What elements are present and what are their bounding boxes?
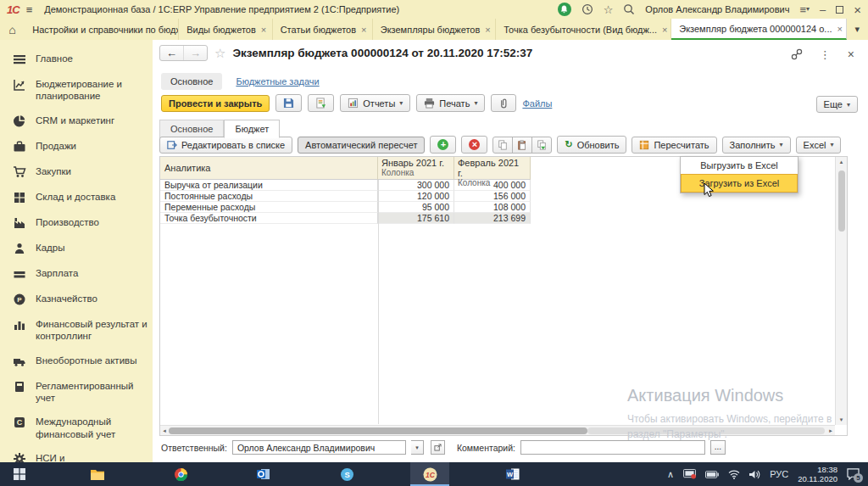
sidebar-item-fixed-assets[interactable]: Внеоборотные активы <box>0 349 153 374</box>
tray-chevron-up-icon[interactable]: ∧ <box>667 469 674 480</box>
cell-january[interactable]: 300 000 <box>378 180 454 191</box>
minimize-icon[interactable]: – <box>820 4 826 15</box>
cell-february[interactable]: 400 000 <box>454 180 531 191</box>
menu-item-import-from-excel[interactable]: Загрузить из Excel <box>681 174 798 193</box>
cell-february[interactable]: 213 699 <box>454 213 531 224</box>
files-link[interactable]: Файлы <box>522 98 552 109</box>
horizontal-scroll-track[interactable] <box>587 427 825 434</box>
add-to-favorites-icon[interactable]: ☆ <box>214 46 225 61</box>
get-link-icon[interactable] <box>791 48 803 60</box>
scroll-up-icon[interactable]: ▴ <box>840 157 843 167</box>
vertical-scrollbar[interactable]: ▴ ▾ <box>835 157 847 425</box>
excel-button[interactable]: Excel ▾ <box>796 137 842 154</box>
file-explorer-icon[interactable] <box>78 462 117 486</box>
sidebar-item-main[interactable]: Главное <box>0 47 153 72</box>
table-row-variable-costs[interactable]: Переменные расходы 95 000 108 000 <box>160 202 531 213</box>
tray-clock[interactable]: 18:38 20.11.2020 <box>798 465 837 484</box>
tab-breakeven-point[interactable]: Точка безубыточности (Вид бюдж... × <box>496 19 671 40</box>
sidebar-item-sales[interactable]: Продажи <box>0 134 153 159</box>
sidebar-item-financial-result[interactable]: Финансовый результат и контроллинг <box>0 312 153 349</box>
sidebar-item-warehouse[interactable]: Склад и доставка <box>0 185 153 210</box>
tab-budget-instances[interactable]: Экземпляры бюджетов × <box>373 19 496 40</box>
post-and-close-button[interactable]: Провести и закрыть <box>161 95 270 112</box>
cell-february[interactable]: 156 000 <box>454 191 531 202</box>
sidebar-item-crm[interactable]: CRM и маркетинг <box>0 109 153 134</box>
column-header-february[interactable]: Февраль 2021 г. Колонка <box>454 157 531 180</box>
tray-wifi-icon[interactable] <box>728 470 740 479</box>
forward-icon[interactable]: → <box>183 46 207 60</box>
current-user-name[interactable]: Орлов Александр Владимирович <box>645 4 789 14</box>
auto-recalc-toggle[interactable]: Автоматический пересчет <box>298 137 425 154</box>
cell-analytics[interactable]: Переменные расходы <box>160 202 378 213</box>
column-header-analytics[interactable]: Аналитика <box>160 157 378 180</box>
more-button[interactable]: Еще ▾ <box>816 96 858 113</box>
tab-close-icon[interactable]: × <box>485 25 490 35</box>
horizontal-scrollbar[interactable]: ◂ ▸ <box>160 425 835 435</box>
cell-february[interactable]: 108 000 <box>454 202 531 213</box>
sidebar-item-regulated-accounting[interactable]: Регламентированный учет <box>0 374 153 411</box>
cell-january[interactable]: 95 000 <box>378 202 454 213</box>
maximize-icon[interactable] <box>836 6 843 14</box>
favorites-star-icon[interactable]: ☆ <box>604 4 614 15</box>
responsible-dropdown-icon[interactable]: ▾ <box>411 440 424 455</box>
paste-button[interactable] <box>512 137 532 154</box>
tray-display-icon[interactable] <box>683 469 696 479</box>
tab-budget-kinds[interactable]: Виды бюджетов × <box>179 19 272 40</box>
history-icon[interactable] <box>581 3 593 15</box>
home-tab-icon[interactable]: ⌂ <box>0 19 25 40</box>
tab-budget-settings[interactable]: Настройки и справочники по бюдж... × <box>25 19 179 40</box>
delete-row-button[interactable]: × <box>461 136 487 154</box>
cell-january[interactable]: 175 610 <box>378 213 454 224</box>
tabs-overflow-icon[interactable]: ▾ <box>847 19 868 40</box>
column-header-january[interactable]: Январь 2021 г. Колонка <box>378 157 454 180</box>
save-button[interactable] <box>275 94 302 112</box>
sidebar-item-production[interactable]: Производство <box>0 210 153 236</box>
notification-center-icon[interactable]: 5 <box>847 468 860 480</box>
sidebar-item-treasury[interactable]: P Казначейство <box>0 287 153 312</box>
recalculate-button[interactable]: Пересчитать <box>632 137 716 154</box>
sidebar-item-payroll[interactable]: Зарплата <box>0 261 153 287</box>
cell-january[interactable]: 120 000 <box>378 191 454 202</box>
reports-button[interactable]: Отчеты ▾ <box>340 94 410 112</box>
scroll-left-icon[interactable]: ◂ <box>160 427 169 434</box>
table-row-revenue[interactable]: Выручка от реализации 300 000 400 000 <box>160 180 531 191</box>
sidebar-item-ifrs[interactable]: C Международный финансовый учет <box>0 410 153 446</box>
start-button[interactable] <box>0 462 39 486</box>
responsible-open-icon[interactable] <box>431 440 445 455</box>
comment-more-button[interactable]: ... <box>710 440 726 455</box>
back-icon[interactable]: ← <box>160 46 183 60</box>
window-close-icon[interactable]: × <box>854 3 861 16</box>
copy-with-move-button[interactable] <box>531 137 552 154</box>
search-icon[interactable] <box>623 3 635 15</box>
cell-analytics[interactable]: Постоянные расходы <box>160 191 378 202</box>
nav-item-budget-tasks[interactable]: Бюджетные задачи <box>236 76 319 87</box>
cell-analytics[interactable]: Точка безубыточности <box>160 213 378 224</box>
fill-button[interactable]: Заполнить ▾ <box>722 137 791 154</box>
form-more-icon[interactable]: ⋮ <box>820 48 831 61</box>
print-button[interactable]: Печать ▾ <box>416 94 485 112</box>
post-document-button[interactable] <box>308 94 334 112</box>
scroll-down-icon[interactable]: ▾ <box>840 415 843 425</box>
page-tab-budget[interactable]: Бюджет <box>224 120 280 138</box>
tab-close-icon[interactable]: × <box>361 25 366 35</box>
sidebar-item-hr[interactable]: Кадры <box>0 236 153 261</box>
tab-close-icon[interactable]: × <box>662 25 667 35</box>
chrome-icon[interactable] <box>161 462 200 486</box>
outlook-icon[interactable] <box>244 462 283 486</box>
sidebar-item-purchases[interactable]: Закупки <box>0 159 153 185</box>
word-icon[interactable]: W <box>493 462 532 486</box>
tray-language-indicator[interactable]: РУС <box>770 469 788 479</box>
edit-in-list-button[interactable]: Редактировать в списке <box>159 137 292 154</box>
vertical-scroll-thumb[interactable] <box>838 170 845 232</box>
add-row-button[interactable]: + <box>430 136 456 154</box>
table-row-fixed-costs[interactable]: Постоянные расходы 120 000 156 000 <box>160 191 531 202</box>
table-row-breakeven[interactable]: Точка безубыточности 175 610 213 699 <box>160 213 531 224</box>
skype-icon[interactable]: S <box>327 462 366 486</box>
1c-app-icon[interactable]: 1С <box>410 462 449 486</box>
service-menu-icon[interactable]: ≡▾ <box>799 4 810 15</box>
comment-field[interactable] <box>520 440 705 455</box>
responsible-field[interactable]: Орлов Александр Владимирович <box>232 440 406 455</box>
cell-analytics[interactable]: Выручка от реализации <box>160 180 378 191</box>
menu-item-export-to-excel[interactable]: Выгрузить в Excel <box>681 157 798 174</box>
main-menu-icon[interactable]: ≡ <box>26 3 33 16</box>
